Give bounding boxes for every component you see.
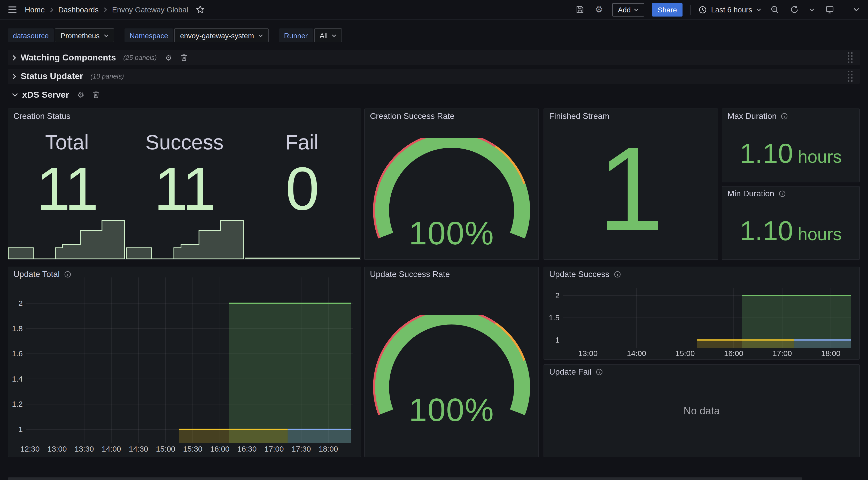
stat-label: Success: [146, 131, 223, 153]
chevron-down-icon: [332, 34, 336, 37]
info-icon[interactable]: [781, 113, 788, 120]
row-delete-button[interactable]: [180, 54, 188, 61]
panel-title-text: Finished Stream: [549, 112, 610, 121]
stat-label: Total: [45, 131, 89, 153]
time-series-chart[interactable]: 11.5213:0014:0015:0016:0017:0018:00: [544, 267, 859, 359]
add-button[interactable]: Add: [612, 3, 644, 16]
info-icon[interactable]: [778, 190, 785, 198]
trash-icon: [92, 91, 100, 99]
no-data-message: No data: [544, 365, 859, 457]
panel-title[interactable]: Min Duration: [727, 189, 785, 199]
stat-value: 11: [36, 161, 98, 217]
breadcrumb-separator-icon: [49, 7, 54, 12]
stat-fail: Fail 0: [243, 131, 361, 217]
menu-toggle-button[interactable]: [6, 4, 19, 15]
chevron-right-icon: [12, 55, 17, 61]
zoom-out-time-button[interactable]: [769, 4, 781, 16]
panel-title[interactable]: Max Duration: [727, 112, 788, 121]
panel-title[interactable]: Update Success Rate: [370, 270, 450, 279]
panel-title-text: Update Success Rate: [370, 270, 450, 279]
panel-title-text: Creation Status: [13, 112, 70, 121]
trash-icon: [180, 54, 188, 61]
variable-select-datasource[interactable]: Prometheus: [55, 28, 114, 42]
save-icon: [575, 5, 584, 14]
variable-select-runner[interactable]: All: [314, 28, 342, 42]
panel-min-duration: Min Duration 1.10 hours: [722, 186, 860, 260]
panel-title[interactable]: Creation Success Rate: [370, 112, 455, 121]
svg-text:100%: 100%: [409, 215, 494, 249]
panel-finished-stream: Finished Stream 1: [544, 109, 718, 260]
svg-text:1.2: 1.2: [12, 400, 23, 408]
svg-text:16:30: 16:30: [237, 445, 256, 453]
svg-text:15:00: 15:00: [675, 349, 695, 358]
stat-value: 1.10: [740, 194, 793, 260]
gauge-chart: 100%: [371, 138, 532, 249]
chevron-down-icon: [810, 8, 814, 11]
row-settings-button[interactable]: ⚙: [165, 54, 172, 61]
info-icon[interactable]: [64, 271, 71, 278]
info-icon[interactable]: [596, 368, 603, 376]
stat-value: 1.10: [740, 116, 793, 182]
breadcrumb-separator-icon: [103, 7, 107, 12]
svg-text:17:30: 17:30: [291, 445, 311, 453]
gear-icon: ⚙: [165, 54, 172, 61]
chevron-down-icon: [258, 34, 263, 37]
row-drag-handle-icon[interactable]: [848, 52, 852, 63]
row-watching-components[interactable]: Watching Components (25 panels) ⚙: [8, 50, 860, 65]
dashboard-settings-button[interactable]: ⚙: [593, 4, 604, 16]
panel-title-text: Update Success: [549, 270, 610, 279]
svg-text:13:00: 13:00: [47, 445, 67, 453]
svg-text:1.6: 1.6: [12, 349, 23, 358]
stat-columns: Total 11 Success 11 Fail 0: [8, 131, 361, 217]
row-panel-count: (25 panels): [123, 54, 157, 61]
save-dashboard-button[interactable]: [574, 4, 586, 16]
time-series-chart[interactable]: 11.21.41.61.8212:3013:0013:3014:0014:301…: [8, 267, 361, 457]
svg-text:12:30: 12:30: [20, 445, 39, 453]
panel-title[interactable]: Update Fail: [549, 367, 603, 377]
svg-text:13:30: 13:30: [74, 445, 94, 453]
info-icon[interactable]: [614, 271, 621, 278]
panel-title[interactable]: Update Success: [549, 270, 621, 279]
chevron-down-icon: [12, 92, 18, 97]
svg-text:16:00: 16:00: [724, 349, 743, 358]
row-drag-handle-icon[interactable]: [848, 71, 852, 81]
variable-namespace: Namespace envoy-gateway-system: [125, 28, 269, 42]
row-settings-button[interactable]: ⚙: [77, 91, 84, 99]
panel-title[interactable]: Update Total: [13, 270, 71, 279]
gear-icon: ⚙: [595, 5, 603, 14]
next-row-panels-edge: [8, 477, 802, 480]
breadcrumb: Home Dashboards Envoy Gateway Global: [25, 5, 188, 14]
panel-title[interactable]: Creation Status: [13, 112, 70, 121]
svg-text:18:00: 18:00: [318, 445, 338, 453]
favorite-star-button[interactable]: [194, 4, 207, 16]
svg-text:14:00: 14:00: [627, 349, 646, 358]
stat-success: Success 11: [126, 131, 243, 217]
refresh-interval-dropdown[interactable]: [808, 6, 816, 13]
variable-label-datasource: datasource: [8, 28, 54, 42]
tv-mode-button[interactable]: [824, 4, 836, 16]
row-xds-server[interactable]: xDS Server ⚙: [8, 87, 860, 102]
panel-title-text: Update Total: [13, 270, 60, 279]
svg-text:1: 1: [18, 425, 23, 433]
dashboard-canvas: datasource Prometheus Namespace envoy-ga…: [0, 20, 868, 480]
share-button[interactable]: Share: [652, 3, 683, 16]
row-title: xDS Server: [22, 90, 69, 100]
stat-total: Total 11: [8, 131, 126, 217]
refresh-button[interactable]: [788, 4, 800, 16]
panel-title[interactable]: Finished Stream: [549, 112, 610, 121]
svg-text:18:00: 18:00: [821, 349, 840, 358]
toolbar-collapse-button[interactable]: [852, 6, 861, 13]
gauge-chart: 100%: [371, 314, 532, 426]
variable-label-runner: Runner: [279, 28, 313, 42]
row-delete-button[interactable]: [92, 91, 100, 99]
variable-select-namespace[interactable]: envoy-gateway-system: [175, 28, 269, 42]
svg-text:13:00: 13:00: [578, 349, 597, 358]
stat-finished-stream: 1: [544, 109, 718, 259]
variable-runner: Runner All: [279, 28, 342, 42]
row-status-updater[interactable]: Status Updater (10 panels): [8, 69, 860, 84]
time-range-picker[interactable]: Last 6 hours: [699, 5, 761, 14]
breadcrumb-dashboards[interactable]: Dashboards: [58, 5, 98, 14]
toolbar-divider: [690, 4, 691, 15]
grafana-dashboard: Home Dashboards Envoy Gateway Global: [0, 0, 868, 480]
breadcrumb-home[interactable]: Home: [25, 5, 45, 14]
